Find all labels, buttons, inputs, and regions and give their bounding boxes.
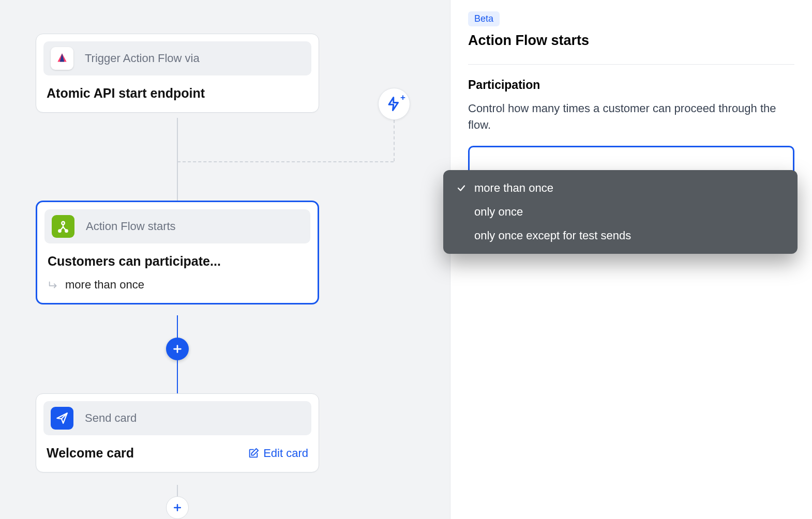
dashed-connector [394,120,395,161]
node-title: Customers can participate... [48,254,307,269]
node-subtitle: more than once [65,278,144,292]
participation-dropdown[interactable]: more than once only once only once excep… [443,170,798,254]
flow-canvas[interactable]: Trigger Action Flow via Atomic API start… [0,0,450,519]
node-action-flow-starts[interactable]: Action Flow starts Customers can partici… [36,201,319,304]
dashed-connector [177,161,394,162]
panel-title: Action Flow starts [468,33,794,49]
dropdown-option-only-once-except-test[interactable]: only once except for test sends [443,224,798,248]
node-header: Trigger Action Flow via [43,41,311,75]
send-icon [51,407,73,430]
node-title: Welcome card [47,446,134,461]
dropdown-option-only-once[interactable]: only once [443,200,798,224]
beta-badge: Beta [468,11,500,26]
node-title: Atomic API start endpoint [47,86,308,101]
dropdown-option-label: only once except for test sends [474,229,631,242]
reply-arrow-icon [48,279,59,291]
connector-line [177,360,178,393]
add-step-button[interactable] [166,496,189,519]
divider [468,64,794,65]
check-icon [456,184,467,193]
flow-start-icon [52,215,74,238]
add-step-button[interactable] [166,338,189,360]
atomic-logo-icon [51,47,73,70]
participation-heading: Participation [468,78,794,92]
dropdown-option-more-than-once[interactable]: more than once [443,176,798,200]
node-trigger[interactable]: Trigger Action Flow via Atomic API start… [36,34,319,113]
edit-card-label: Edit card [263,447,308,460]
node-send-card[interactable]: Send card Welcome card Edit card [36,393,319,472]
participation-description: Control how many times a customer can pr… [468,100,794,133]
details-panel: Beta Action Flow starts Participation Co… [450,0,812,519]
node-header-label: Trigger Action Flow via [85,52,200,65]
dropdown-option-label: more than once [474,181,553,195]
connector-line [177,118,178,201]
plus-badge-icon: + [400,93,405,103]
node-header: Action Flow starts [44,209,310,243]
node-header-label: Action Flow starts [86,220,176,233]
add-trigger-button[interactable]: + [378,88,410,120]
connector-line [177,485,178,497]
dropdown-option-label: only once [474,205,523,219]
node-header: Send card [43,401,311,435]
node-header-label: Send card [85,411,137,425]
edit-card-button[interactable]: Edit card [248,447,308,460]
